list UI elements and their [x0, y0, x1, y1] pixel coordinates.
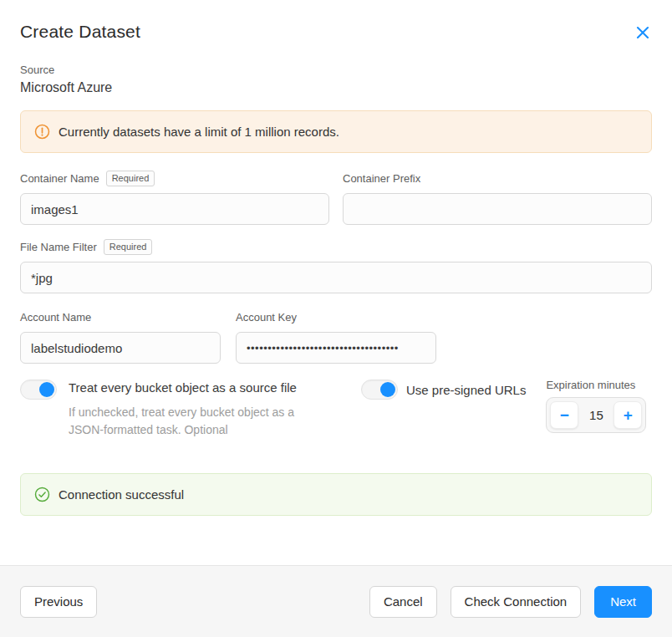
footer-actions: Cancel Check Connection Next [369, 586, 652, 618]
warning-banner: Currently datasets have a limit of 1 mil… [20, 110, 652, 153]
container-name-label: Container Name [20, 172, 99, 185]
file-name-filter-label: File Name Filter [20, 241, 97, 253]
options-row: Treat every bucket object as a source fi… [20, 379, 652, 440]
source-file-toggle[interactable] [20, 380, 57, 400]
container-prefix-input[interactable] [343, 193, 652, 225]
alert-circle-icon [34, 124, 50, 140]
modal-header: Create Dataset [20, 22, 652, 42]
source-value: Microsoft Azure [20, 80, 652, 95]
connection-status-banner: Connection successful [20, 473, 652, 516]
container-prefix-label: Container Prefix [343, 172, 420, 185]
toggle-knob [39, 382, 54, 397]
minus-icon: − [560, 407, 569, 423]
page-title: Create Dataset [20, 22, 140, 42]
connection-status-text: Connection successful [59, 487, 184, 502]
toggle-knob [380, 382, 395, 397]
plus-icon: + [624, 407, 633, 423]
source-file-toggle-description: If unchecked, treat every bucket object … [69, 404, 319, 440]
close-button[interactable] [634, 23, 652, 42]
account-name-label: Account Name [20, 311, 91, 324]
close-icon [635, 25, 650, 40]
container-prefix-field: Container Prefix [343, 153, 652, 225]
next-button[interactable]: Next [594, 586, 652, 618]
account-fields-row: Account Name Account Key [20, 293, 652, 364]
decrement-button[interactable]: − [550, 401, 578, 429]
presigned-urls-option: Use pre-signed URLs Expiration minutes −… [361, 379, 646, 440]
expiration-minutes-label: Expiration minutes [546, 379, 646, 391]
account-key-input[interactable] [236, 332, 436, 364]
create-dataset-modal: Create Dataset Source Microsoft Azure [0, 0, 672, 637]
cancel-button[interactable]: Cancel [369, 586, 437, 618]
source-section: Source Microsoft Azure [20, 64, 652, 95]
expiration-minutes-field: Expiration minutes − 15 + [546, 379, 646, 440]
increment-button[interactable]: + [613, 401, 642, 429]
warning-text: Currently datasets have a limit of 1 mil… [59, 125, 339, 139]
container-fields-row: Container Name Required Container Prefix [20, 153, 652, 225]
modal-body: Create Dataset Source Microsoft Azure [0, 0, 672, 565]
modal-footer: Previous Cancel Check Connection Next [0, 565, 672, 637]
container-name-field: Container Name Required [20, 153, 329, 225]
source-file-option: Treat every bucket object as a source fi… [20, 379, 361, 440]
account-name-input[interactable] [20, 332, 221, 364]
required-badge: Required [104, 239, 153, 255]
source-file-toggle-label: Treat every bucket object as a source fi… [69, 379, 306, 398]
account-name-field: Account Name [20, 293, 221, 364]
file-name-filter-field: File Name Filter Required [20, 238, 652, 293]
check-circle-icon [34, 487, 50, 502]
presigned-urls-toggle[interactable] [361, 380, 398, 400]
account-key-field: Account Key [236, 293, 436, 364]
file-name-filter-input[interactable] [20, 262, 652, 293]
account-key-label: Account Key [236, 311, 297, 324]
container-name-input[interactable] [20, 193, 329, 225]
expiration-minutes-stepper: − 15 + [546, 397, 646, 433]
expiration-minutes-value: 15 [578, 408, 613, 422]
previous-button[interactable]: Previous [20, 586, 97, 618]
presigned-urls-toggle-label: Use pre-signed URLs [406, 381, 526, 440]
source-label: Source [20, 64, 652, 76]
required-badge: Required [106, 171, 155, 186]
check-connection-button[interactable]: Check Connection [451, 586, 582, 618]
source-file-texts: Treat every bucket object as a source fi… [69, 379, 319, 440]
